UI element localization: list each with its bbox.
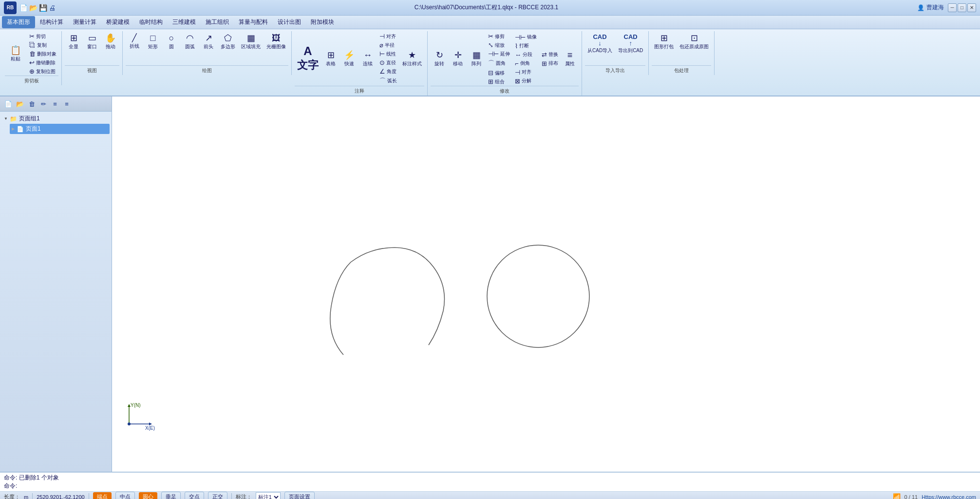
raster-icon: 🖼	[272, 34, 281, 42]
notation-select[interactable]: 标注1	[256, 492, 281, 499]
align-dim-button[interactable]: ⊣ 对齐	[377, 32, 399, 40]
menu-item-3[interactable]: 桥梁建模	[101, 16, 134, 28]
arc-len-icon: ⌒	[379, 77, 386, 85]
add-page-button[interactable]: 📂	[15, 98, 25, 109]
snap-midpoint-button[interactable]: 中点	[115, 492, 135, 499]
pack-shape-icon: ⊞	[660, 34, 668, 42]
save-icon[interactable]: 💾	[39, 4, 47, 12]
menu-item-0[interactable]: 基本图形	[2, 16, 35, 28]
fold-line-button[interactable]: ╱ 折线	[126, 33, 143, 51]
angle-button[interactable]: ∠ 角度	[377, 67, 399, 76]
cad-export-icon: CAD↑	[624, 34, 638, 46]
website-link[interactable]: Https://www.rbcce.com	[922, 494, 976, 499]
menu-item-8[interactable]: 设计出图	[273, 16, 306, 28]
snap-intersect-button[interactable]: 交点	[185, 492, 204, 499]
menu-item-5[interactable]: 三维建模	[168, 16, 201, 28]
menu-item-7[interactable]: 算量与配料	[234, 16, 273, 28]
combine-button[interactable]: ⊞ 组合	[486, 77, 512, 86]
fill-button[interactable]: ▦ 区域填充	[239, 32, 263, 52]
distribute-button[interactable]: ⊞ 排布	[540, 59, 560, 68]
property-button[interactable]: ≡ 属性	[561, 49, 579, 69]
restore-button[interactable]: ⊡ 包还原成原图	[677, 32, 711, 52]
window-title: C:\Users\hai07\Documents\工程1.qlqx - RBCC…	[415, 3, 558, 12]
array-button[interactable]: ▦ 阵列	[468, 49, 485, 69]
split-button[interactable]: ↔ 分段	[513, 51, 539, 59]
mark-style-button[interactable]: ★ 标注样式	[400, 49, 424, 69]
snap-ortho-button[interactable]: 正交	[208, 492, 227, 499]
maximize-button[interactable]: □	[958, 3, 966, 12]
fullscreen-button[interactable]: ⊞ 全显	[65, 32, 82, 52]
text-button[interactable]: A 文字	[295, 44, 321, 74]
open-file-icon[interactable]: 📂	[29, 4, 38, 12]
snap-endpoint-button[interactable]: 端点	[93, 492, 112, 499]
tree-item-group1[interactable]: ▼ 📁 页面组1	[2, 114, 110, 124]
circle-button[interactable]: ○ 圆	[163, 32, 180, 52]
replace-button[interactable]: ⇄ 替换	[540, 51, 560, 59]
menu-item-9[interactable]: 附加模块	[306, 16, 339, 28]
round-button[interactable]: ⌒ 圆角	[486, 58, 512, 68]
inline-dim-button[interactable]: ⊢ 线性	[377, 50, 399, 58]
mark-style-icon: ★	[408, 51, 416, 59]
decompose-button[interactable]: ⊠ 分解	[513, 77, 539, 85]
align-left-button[interactable]: ≡	[50, 98, 60, 109]
fast-dim-button[interactable]: ⚡ 快速	[340, 49, 358, 69]
menu-item-2[interactable]: 测量计算	[68, 16, 101, 28]
print-icon[interactable]: 🖨	[49, 4, 56, 12]
rotate-button[interactable]: ↻ 旋转	[431, 49, 448, 69]
scale-button[interactable]: ⤡ 缩放	[486, 41, 512, 49]
align3-button[interactable]: ⊣ 对齐	[513, 68, 539, 77]
raster-button[interactable]: 🖼 光栅图像	[264, 32, 288, 52]
window-button[interactable]: ▭ 窗口	[83, 32, 101, 52]
extend-button[interactable]: ⊣⊢ 延伸	[486, 50, 512, 58]
snap-center-button[interactable]: 圆心	[139, 492, 157, 499]
menu-item-4[interactable]: 临时结构	[134, 16, 168, 28]
arc-button[interactable]: ◠ 圆弧	[181, 32, 199, 52]
drag-button[interactable]: ✋ 拖动	[102, 32, 119, 52]
drawing-canvas[interactable]	[112, 96, 980, 472]
property-icon: ≡	[567, 51, 573, 59]
minimize-button[interactable]: ─	[948, 3, 957, 12]
arc-len-button[interactable]: ⌒ 弧长	[377, 76, 399, 86]
half-r-button[interactable]: ⌀ 半径	[377, 41, 399, 49]
mirror-button[interactable]: ⊣⊢ 镜像	[513, 33, 539, 41]
trim-button[interactable]: ✂ 修剪	[486, 32, 512, 40]
modify-label: 修改	[431, 86, 579, 95]
page-setup-button[interactable]: 页面设置	[284, 492, 315, 499]
polygon-button[interactable]: ⬠ 多边形	[218, 32, 238, 52]
importexport-label: 导入导出	[585, 65, 645, 74]
chamfer-button[interactable]: ⌐ 倒角	[513, 59, 539, 68]
cad-import-button[interactable]: CAD↓ 从CAD导入	[585, 32, 615, 56]
pack-shape-button[interactable]: ⊞ 图形打包	[652, 32, 676, 52]
paste-button[interactable]: 📋 粘贴	[5, 44, 26, 64]
edit-page-button[interactable]: ✏	[38, 98, 49, 109]
arrow-button[interactable]: ↗ 前头	[200, 32, 217, 52]
canvas-area[interactable]: Y(N) X(E)	[112, 96, 980, 472]
break-button[interactable]: ⌇ 打断	[513, 42, 539, 50]
copy-pos-button[interactable]: ⊕ 复制位图	[27, 67, 58, 76]
offset-button[interactable]: ⊟ 偏移	[486, 69, 512, 77]
menu-item-1[interactable]: 结构计算	[35, 16, 68, 28]
sidebar: 📄 📂 🗑 ✏ ≡ ≡ ▼ 📁 页面组1 ▶ 📄 页面1	[0, 96, 112, 472]
diameter-button[interactable]: ⊙ 直径	[377, 58, 399, 67]
page-tri: ▶	[12, 127, 15, 131]
close-button[interactable]: ✕	[967, 3, 976, 12]
align-right-button[interactable]: ≡	[61, 98, 72, 109]
cad-export-button[interactable]: CAD↑ 导出到CAD	[616, 32, 645, 56]
pack-label: 包处理	[652, 65, 711, 74]
new-file-icon[interactable]: 📄	[19, 4, 28, 12]
undo-button[interactable]: ↩ 撤销删除	[27, 58, 58, 67]
copy-button[interactable]: ⿻ 复制	[27, 41, 58, 49]
delete-obj-button[interactable]: 🗑 删除对象	[27, 50, 58, 58]
cut-button[interactable]: ✂ 剪切	[27, 32, 58, 40]
connect-dim-button[interactable]: ↔ 连续	[359, 49, 377, 69]
snap-foot-button[interactable]: 垂足	[161, 492, 181, 499]
new-page-group-button[interactable]: 📄	[3, 98, 14, 109]
tree-item-page1[interactable]: ▶ 📄 页面1	[10, 124, 110, 134]
move-button[interactable]: ✛ 移动	[449, 49, 467, 69]
cut-icon: ✂	[29, 33, 35, 40]
menu-item-6[interactable]: 施工组织	[201, 16, 234, 28]
window-controls[interactable]: ─ □ ✕	[948, 3, 976, 12]
table-button[interactable]: ⊞ 表格	[322, 49, 339, 69]
rect-button[interactable]: □ 矩形	[144, 32, 162, 52]
delete-page-button[interactable]: 🗑	[26, 98, 37, 109]
